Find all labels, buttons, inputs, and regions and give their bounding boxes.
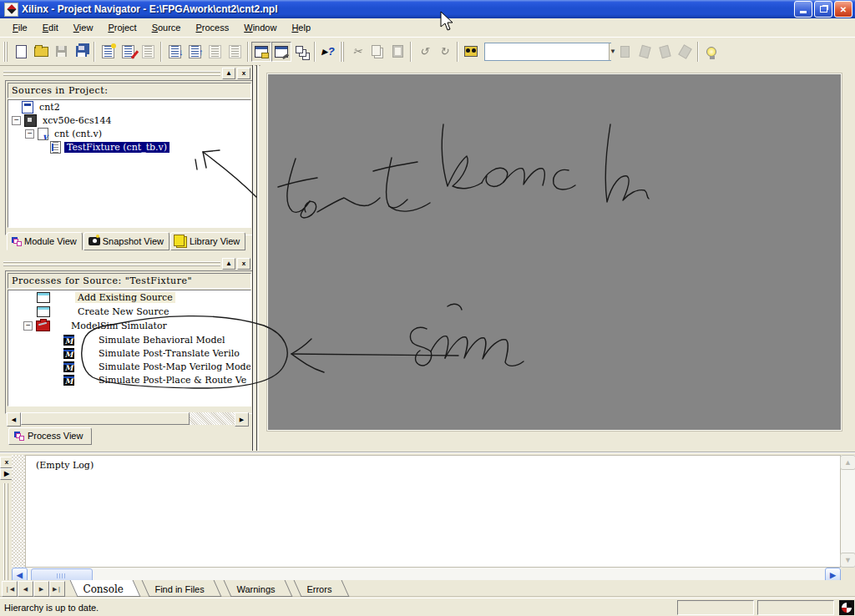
console-log-text: (Empty Log) [36, 460, 94, 471]
tab-module-view[interactable]: Module View [7, 232, 83, 250]
tab-warnings[interactable]: Warnings [223, 580, 292, 597]
menu-file[interactable]: File [5, 20, 35, 35]
process-simulate-post-map[interactable]: M Simulate Post-Map Verilog Mode [8, 360, 250, 373]
left-dock: ▲ x Sources in Project: cnt2 − xcv50e-6c… [2, 65, 254, 451]
process-simulate-post-translate[interactable]: M Simulate Post-Translate Verilo [8, 346, 250, 360]
menu-edit[interactable]: Edit [35, 20, 66, 35]
sources-panel-titlebar[interactable]: ▲ x [3, 68, 250, 78]
bookmark-clear-button [675, 42, 695, 62]
module-view-icon [12, 236, 22, 246]
menu-view[interactable]: View [66, 20, 101, 35]
source-window-icon [37, 306, 50, 317]
process-view-icon [14, 431, 24, 441]
tab-scroll-left-button[interactable]: ◀ [18, 581, 33, 597]
mdi-workspace [261, 65, 855, 451]
processes-collapse-button[interactable]: ▲ [222, 258, 235, 270]
toolbar-grip[interactable] [340, 42, 346, 62]
context-help-button[interactable]: ▸ [318, 42, 338, 62]
run-process-button [205, 42, 225, 62]
console-log[interactable]: (Empty Log) [25, 455, 841, 568]
console-titlebar[interactable]: x ▶ [0, 455, 12, 582]
restore-button[interactable] [814, 1, 832, 18]
collapse-expander[interactable]: − [12, 116, 21, 125]
sources-tree: cnt2 − xcv50e-6cs144 − cnt (cnt.v) TestF… [8, 99, 251, 228]
tab-process-view[interactable]: Process View [8, 427, 92, 445]
tree-item-testfixture[interactable]: TestFixture (cnt_tb.v) [8, 140, 250, 154]
open-project-button[interactable] [31, 42, 51, 62]
workspace-canvas [267, 73, 842, 431]
console-margin [12, 455, 25, 568]
tree-item-device[interactable]: − xcv50e-6cs144 [8, 114, 250, 127]
tab-library-view[interactable]: Library View [170, 232, 245, 250]
view-source-button [138, 42, 158, 62]
tab-errors[interactable]: Errors [293, 580, 349, 597]
verilog-file-icon [38, 128, 48, 140]
sources-panel-header: Sources in Project: [8, 83, 251, 98]
scroll-left-icon[interactable]: ◀ [7, 412, 21, 427]
testbench-file-icon [50, 141, 61, 154]
console-window: x ▶ (Empty Log) ▲ ▼ ◀ ▶ [0, 452, 855, 582]
tab-snapshot-view[interactable]: Snapshot View [83, 232, 169, 250]
sources-collapse-button[interactable]: ▲ [222, 68, 235, 79]
vertical-splitter[interactable] [250, 65, 261, 451]
source-window-icon [37, 292, 50, 303]
process-create-new-source[interactable]: Create New Source [8, 305, 250, 319]
modelsim-icon: M [63, 335, 74, 346]
tree-item-cnt[interactable]: − cnt (cnt.v) [8, 127, 250, 140]
toggle-process-window-button[interactable] [271, 42, 291, 62]
application-window: Xilinx - Project Navigator - E:\FPGAwork… [0, 0, 855, 616]
scroll-right-icon[interactable]: ▶ [235, 412, 249, 427]
tab-console[interactable]: Console [70, 580, 141, 597]
lightbulb-tips-button[interactable] [701, 42, 721, 62]
save-all-button[interactable] [71, 42, 91, 62]
bookmark-next-button [635, 42, 655, 62]
selected-tree-label: TestFixture (cnt_tb.v) [64, 142, 169, 153]
modelsim-icon: M [63, 361, 74, 372]
close-button[interactable]: ✕ [834, 1, 852, 18]
find-button[interactable] [461, 42, 481, 62]
scroll-down-icon: ▼ [840, 553, 855, 568]
process-simulate-post-par[interactable]: M Simulate Post-Place & Route Ve [8, 373, 250, 386]
menu-source[interactable]: Source [144, 20, 189, 35]
menu-project[interactable]: Project [100, 20, 144, 35]
status-pane-2 [757, 600, 834, 615]
toolbar-grip[interactable] [3, 42, 9, 62]
processes-tree: Add Existing Source Create New Source − … [8, 290, 251, 406]
processes-close-button[interactable]: x [237, 258, 250, 270]
collapse-expander[interactable]: − [25, 129, 34, 139]
toolbox-icon [36, 321, 50, 331]
menu-window[interactable]: Window [236, 20, 284, 35]
tab-scroll-last-button[interactable]: ▶❘ [49, 581, 65, 597]
sort-sources-button[interactable] [164, 42, 185, 62]
tree-item-cnt2[interactable]: cnt2 [8, 100, 250, 114]
processes-panel-titlebar[interactable]: ▲ x [3, 259, 250, 269]
processes-horizontal-scrollbar[interactable]: ◀ ▶ [7, 412, 249, 425]
refresh-sources-button[interactable] [185, 42, 205, 62]
title-bar[interactable]: Xilinx - Project Navigator - E:\FPGAwork… [0, 0, 855, 18]
cut-button: ✂ [347, 42, 367, 62]
find-input[interactable] [485, 43, 609, 60]
toggle-source-window-button[interactable] [251, 42, 271, 62]
menu-help[interactable]: Help [284, 20, 318, 35]
tab-scroll-first-button[interactable]: ❘◀ [2, 581, 18, 597]
minimize-button[interactable] [794, 1, 812, 18]
new-source-button[interactable] [98, 42, 118, 62]
process-add-existing-source[interactable]: Add Existing Source [8, 290, 250, 305]
process-modelsim-simulator[interactable]: − ModelSim Simulator [8, 319, 250, 333]
window-title: Xilinx - Project Navigator - E:\FPGAwork… [22, 3, 794, 15]
collapse-expander[interactable]: − [23, 321, 33, 331]
menu-process[interactable]: Process [189, 20, 237, 35]
bookmark-prev-button [655, 42, 675, 62]
cascade-windows-button[interactable] [291, 42, 311, 62]
scrollbar-thumb[interactable] [21, 412, 190, 425]
processes-panel-header: Processes for Source: "TestFixture" [8, 273, 251, 289]
edit-source-button[interactable] [118, 42, 138, 62]
process-simulate-behavioral[interactable]: M Simulate Behavioral Model [8, 333, 250, 346]
undo-button: ↺ [414, 42, 434, 62]
tab-scroll-right-button[interactable]: ▶ [33, 581, 49, 597]
new-project-button[interactable] [11, 42, 31, 62]
bookmark-toggle-button [615, 42, 635, 62]
find-combo[interactable]: ▼ [484, 43, 611, 61]
tab-find-in-files[interactable]: Find in Files [142, 580, 222, 597]
sources-close-button[interactable]: x [237, 68, 250, 79]
